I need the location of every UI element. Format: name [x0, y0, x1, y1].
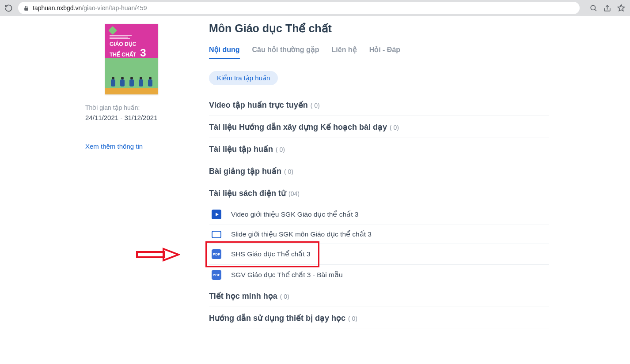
page-content: GIÁO DỤC THỂ CHẤT 3 Thời gian tập huấn: …	[81, 21, 549, 329]
main-area: Môn Giáo dục Thể chất Nội dungCâu hỏi th…	[209, 21, 549, 329]
url-text: taphuan.nxbgd.vn/giao-vien/tap-huan/459	[33, 4, 147, 11]
svg-point-0	[591, 5, 595, 10]
svg-rect-1	[137, 252, 164, 257]
pdf-icon: PDF	[212, 270, 221, 280]
section-count: ( 0)	[390, 124, 399, 131]
resource-label: SHS Giáo dục Thể chất 3	[231, 250, 311, 258]
section-count: ( 0)	[284, 168, 293, 175]
section-header[interactable]: Video tập huấn trực tuyến( 0)	[209, 94, 549, 116]
resource-item[interactable]: PDFSGV Giáo dục Thể chất 3 - Bài mẫu	[209, 265, 549, 285]
pdf-icon: PDF	[212, 249, 221, 259]
tab-li-n-h-[interactable]: Liên hệ	[332, 45, 357, 59]
section-header[interactable]: Bài giảng tập huấn( 0)	[209, 160, 549, 182]
section-title: Tài liệu tập huấn	[209, 144, 273, 154]
section-title: Video tập huấn trực tuyến	[209, 100, 308, 110]
lock-icon	[23, 5, 29, 11]
section-count: ( 0)	[280, 293, 289, 300]
more-info-link[interactable]: Xem thêm thông tin	[85, 143, 178, 150]
section-header[interactable]: Tài liệu tập huấn( 0)	[209, 138, 549, 160]
search-icon[interactable]	[589, 4, 598, 12]
section-title: Tài liệu Hướng dẫn xây dựng Kế hoạch bài…	[209, 122, 387, 132]
resource-item[interactable]: Video giới thiệu SGK Giáo dục thể chất 3	[209, 204, 549, 225]
tab-c-u-h-i-th-ng-g-p[interactable]: Câu hỏi thường gặp	[252, 45, 319, 59]
sidebar: GIÁO DỤC THỂ CHẤT 3 Thời gian tập huấn: …	[85, 21, 178, 150]
resource-label: Slide giới thiệu SGK môn Giáo dục thể ch…	[231, 230, 372, 238]
training-period-value: 24/11/2021 - 31/12/2021	[85, 114, 178, 121]
section-count: (04)	[288, 190, 300, 197]
check-training-button[interactable]: Kiểm tra tập huấn	[209, 71, 278, 85]
annotation-arrow-icon	[136, 247, 180, 264]
section-header[interactable]: Tài liệu Hướng dẫn xây dựng Kế hoạch bài…	[209, 116, 549, 138]
tab-h-i-p[interactable]: Hỏi - Đáp	[369, 45, 400, 59]
section-count: ( 0)	[311, 102, 320, 109]
training-period-label: Thời gian tập huấn:	[85, 104, 178, 111]
reload-icon[interactable]	[4, 4, 13, 12]
resource-item[interactable]: Slide giới thiệu SGK môn Giáo dục thể ch…	[209, 225, 549, 244]
slide-icon	[212, 231, 221, 238]
section-header[interactable]: Tiết học minh họa( 0)	[209, 285, 549, 307]
resource-label: Video giới thiệu SGK Giáo dục thể chất 3	[231, 210, 358, 218]
section-count: ( 0)	[348, 315, 357, 322]
section-header[interactable]: Tài liệu sách điện tử(04)	[209, 182, 549, 204]
tab-bar: Nội dungCâu hỏi thường gặpLiên hệHỏi - Đ…	[209, 45, 549, 60]
star-icon[interactable]	[617, 4, 626, 12]
section-title: Tiết học minh họa	[209, 291, 277, 301]
share-icon[interactable]	[603, 4, 611, 12]
section-title: Tài liệu sách điện tử	[209, 188, 286, 198]
section-count: ( 0)	[276, 146, 285, 153]
tab-n-i-dung[interactable]: Nội dung	[209, 45, 240, 59]
book-cover: GIÁO DỤC THỂ CHẤT 3	[105, 24, 158, 94]
page-title: Môn Giáo dục Thể chất	[209, 22, 549, 35]
address-bar[interactable]: taphuan.nxbgd.vn/giao-vien/tap-huan/459	[18, 2, 580, 14]
resource-item[interactable]: PDFSHS Giáo dục Thể chất 3	[209, 244, 549, 265]
section-title: Hướng dẫn sử dụng thiết bị dạy học	[209, 313, 345, 323]
section-header[interactable]: Hướng dẫn sử dụng thiết bị dạy học( 0)	[209, 307, 549, 329]
resource-label: SGV Giáo dục Thể chất 3 - Bài mẫu	[231, 271, 343, 279]
ebook-items: Video giới thiệu SGK Giáo dục thể chất 3…	[209, 204, 549, 285]
browser-toolbar: taphuan.nxbgd.vn/giao-vien/tap-huan/459	[0, 0, 630, 16]
play-icon	[212, 210, 221, 219]
section-title: Bài giảng tập huấn	[209, 166, 281, 176]
